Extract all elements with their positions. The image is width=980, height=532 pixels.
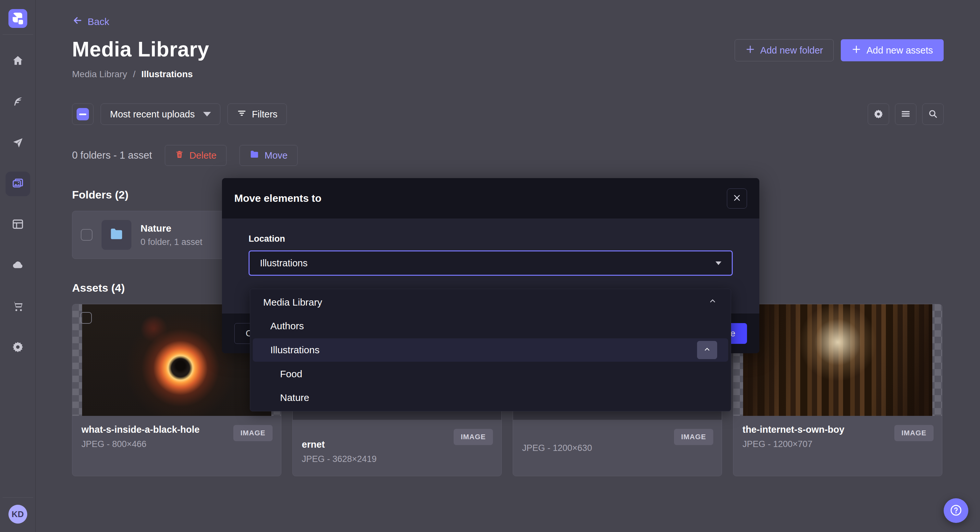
help-button[interactable] [943, 498, 968, 523]
list-view-button[interactable] [895, 103, 916, 125]
move-label: Move [264, 150, 288, 161]
header-actions: Add new folder Add new assets [735, 39, 943, 61]
media-library-page: KD Back Media Library Add new folder Add… [0, 0, 980, 532]
dropdown-option-label: Food [280, 368, 302, 380]
dropdown-option-illustrations[interactable]: Illustrations [253, 338, 728, 362]
folder-tile [102, 220, 131, 250]
dropdown-option-label: Nature [280, 392, 309, 403]
cog-icon [873, 109, 884, 120]
selection-bar: 0 folders - 1 asset Delete Move [72, 145, 943, 166]
modal-header: Move elements to [222, 178, 759, 219]
folder-info: Nature 0 folder, 1 asset [140, 223, 202, 247]
modal-title: Move elements to [234, 192, 321, 204]
modal-close-button[interactable] [727, 189, 747, 209]
dropdown-option-media-library[interactable]: Media Library [253, 291, 728, 314]
breadcrumb: Media Library / Illustrations [72, 69, 943, 79]
location-dropdown: Media Library Authors Illustrations Food… [250, 289, 731, 411]
asset-caption: JPEG - 1200×630 IMAGE [513, 420, 722, 465]
asset-card-internet-own-boy[interactable]: the-internet-s-own-boy JPEG - 1200×707 I… [733, 304, 942, 476]
cloud-icon [12, 259, 24, 273]
dropdown-option-label: Media Library [263, 297, 322, 308]
asset-caption: what-s-inside-a-black-hole JPEG - 800×46… [72, 416, 281, 461]
breadcrumb-parent[interactable]: Media Library [72, 69, 127, 79]
feather-icon [12, 95, 24, 109]
asset-type-badge: IMAGE [674, 429, 713, 445]
asset-type-badge: IMAGE [453, 429, 493, 445]
plus-icon [745, 44, 755, 56]
search-icon [928, 109, 938, 120]
cart-icon [12, 300, 24, 313]
strapi-logo[interactable] [8, 9, 27, 28]
strapi-logo-glyph-2 [19, 20, 23, 24]
trash-icon [175, 150, 184, 161]
location-label: Location [248, 234, 733, 244]
dropdown-option-label: Illustrations [270, 345, 320, 356]
view-settings-button[interactable] [868, 103, 889, 125]
asset-type-badge: IMAGE [894, 425, 934, 441]
sort-select-value: Most recent uploads [110, 109, 195, 120]
indeterminate-checkbox-icon [76, 108, 89, 120]
dropdown-option-nature[interactable]: Nature [253, 386, 728, 410]
dropdown-option-food[interactable]: Food [253, 362, 728, 386]
sort-select[interactable]: Most recent uploads [100, 103, 220, 125]
folder-icon [109, 227, 124, 243]
add-new-folder-button[interactable]: Add new folder [735, 39, 834, 61]
asset-type-badge: IMAGE [233, 425, 273, 441]
toolbar-left: Most recent uploads Filters [72, 103, 287, 125]
gear-icon [12, 341, 24, 354]
chevron-down-icon [716, 262, 721, 265]
folder-meta: 0 folder, 1 asset [140, 237, 202, 247]
layout-panel-icon [12, 218, 24, 232]
sidebar-item-marketplace[interactable] [6, 294, 30, 319]
sidebar-item-settings[interactable] [6, 335, 30, 360]
add-new-folder-label: Add new folder [760, 45, 823, 56]
selection-count: 0 folders - 1 asset [72, 149, 152, 161]
sidebar-item-home[interactable] [6, 49, 30, 74]
sidebar-item-content-manager[interactable] [6, 213, 30, 237]
add-new-assets-label: Add new assets [866, 45, 933, 56]
collapse-children-button[interactable] [697, 341, 717, 359]
asset-caption: ernet JPEG - 3628×2419 IMAGE [293, 420, 501, 476]
dropdown-option-authors[interactable]: Authors [253, 314, 728, 338]
asset-meta: JPEG - 3628×2419 [302, 454, 492, 464]
filter-icon [237, 108, 247, 120]
sidebar-item-cloud[interactable] [6, 253, 30, 278]
sidebar-item-media-library[interactable] [6, 172, 30, 196]
paper-plane-icon [12, 136, 24, 150]
sidebar-footer-divider [3, 497, 33, 498]
sidebar-nav [6, 49, 30, 360]
filters-button[interactable]: Filters [228, 103, 287, 125]
chevron-up-icon [703, 345, 711, 354]
location-select[interactable]: Illustrations [248, 251, 733, 276]
asset-thumbnail [743, 304, 932, 416]
media-library-icon [12, 177, 24, 191]
select-all-checkbox[interactable] [72, 103, 94, 125]
chevron-up-icon[interactable] [708, 297, 717, 308]
delete-button[interactable]: Delete [165, 145, 226, 166]
breadcrumb-separator: / [133, 69, 136, 79]
sidebar-divider [3, 34, 33, 35]
chevron-down-icon [203, 112, 211, 116]
add-new-assets-button[interactable]: Add new assets [841, 39, 943, 61]
dropdown-option-label: Authors [270, 321, 304, 332]
search-button[interactable] [922, 103, 943, 125]
folder-icon [250, 149, 259, 162]
list-icon [900, 109, 911, 120]
user-avatar[interactable]: KD [8, 505, 27, 524]
folder-name: Nature [140, 223, 202, 234]
folder-checkbox[interactable] [81, 229, 92, 241]
toolbar-right [868, 103, 943, 125]
move-button[interactable]: Move [239, 145, 298, 166]
toolbar: Most recent uploads Filters [72, 103, 943, 125]
asset-caption: the-internet-s-own-boy JPEG - 1200×707 I… [733, 416, 942, 461]
sidebar-item-content-type-builder[interactable] [6, 90, 30, 114]
back-link[interactable]: Back [72, 15, 109, 28]
location-select-value: Illustrations [260, 258, 308, 268]
header-row: Media Library Add new folder Add new ass… [72, 37, 943, 61]
sidebar: KD [0, 0, 36, 532]
arrow-left-icon [72, 15, 83, 28]
sidebar-item-releases[interactable] [6, 131, 30, 156]
sidebar-footer: KD [0, 497, 35, 532]
asset-checkbox[interactable] [80, 312, 92, 324]
home-icon [12, 54, 24, 68]
